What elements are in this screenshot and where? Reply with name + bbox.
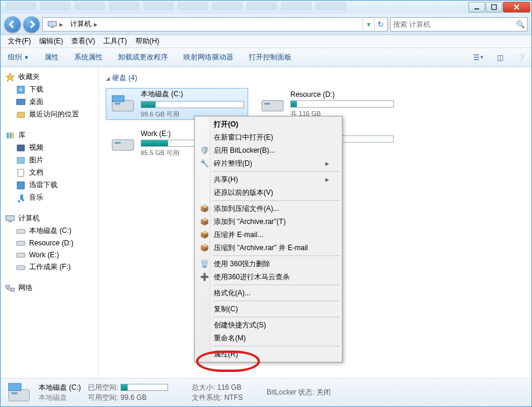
- sidebar-recent[interactable]: 最近访问的位置: [4, 108, 98, 121]
- svg-rect-33: [11, 392, 18, 395]
- sidebar-xunlei[interactable]: 迅雷下载: [4, 179, 98, 191]
- sidebar-drive-d[interactable]: Resource (D:): [4, 237, 98, 249]
- sidebar-drive-c[interactable]: 本地磁盘 (C:): [4, 225, 98, 237]
- browser-tabs-faded: [5, 2, 346, 10]
- minimize-button[interactable]: [468, 2, 485, 12]
- svg-rect-7: [17, 112, 24, 118]
- drive-icon: [110, 131, 136, 155]
- details-pane: 本地磁盘 (C:) 本地磁盘 已用空间: 可用空间: 99.6 GB 总大小: …: [1, 378, 531, 406]
- drive-icon: [259, 92, 286, 116]
- defrag-icon: 🔧: [200, 159, 209, 168]
- winrar-icon: 📦: [200, 230, 209, 239]
- ctx-copy[interactable]: 复制(C): [196, 302, 341, 315]
- ctx-zip-email[interactable]: 📦压缩并 E-mail...: [196, 228, 341, 241]
- ctx-add-archive[interactable]: 📦添加到压缩文件(A)...: [196, 202, 341, 215]
- sidebar-desktop[interactable]: 桌面: [4, 96, 98, 108]
- svg-rect-29: [115, 142, 121, 144]
- sidebar-documents[interactable]: 文档: [4, 166, 98, 179]
- ctx-open-new-window[interactable]: 在新窗口中打开(E): [196, 131, 341, 144]
- svg-rect-19: [17, 253, 25, 257]
- menu-edit[interactable]: 编辑(E): [36, 35, 66, 48]
- status-drive-type: 本地磁盘: [39, 393, 81, 403]
- ctx-share[interactable]: 共享(H)▸: [196, 173, 341, 186]
- network-header[interactable]: 网络: [4, 282, 98, 294]
- refresh-button[interactable]: ↻: [374, 18, 386, 31]
- computer-header[interactable]: 计算机: [4, 212, 98, 225]
- svg-rect-8: [7, 132, 9, 138]
- ctx-create-shortcut[interactable]: 创建快捷方式(S): [196, 318, 341, 332]
- ctx-format[interactable]: 格式化(A)...: [196, 286, 341, 299]
- forward-button[interactable]: [23, 16, 40, 33]
- menu-view[interactable]: 查看(V): [68, 35, 99, 48]
- navigation-bar: ▸ 计算机 ▸ ▾ ↻ 🔍: [1, 14, 531, 35]
- address-segment-computer[interactable]: 计算机 ▸: [66, 18, 101, 31]
- svg-rect-15: [6, 216, 14, 220]
- ctx-zip-to-email[interactable]: 📦压缩到 "Archive.rar" 并 E-mail: [196, 241, 341, 254]
- menu-file[interactable]: 文件(F): [4, 35, 34, 48]
- tb-system-properties[interactable]: 系统属性: [72, 50, 105, 65]
- menu-help[interactable]: 帮助(H): [132, 35, 163, 48]
- help-icon[interactable]: ❔: [516, 52, 527, 63]
- view-options-icon[interactable]: ☰▼: [473, 52, 484, 63]
- svg-rect-2: [48, 21, 56, 26]
- preview-pane-icon[interactable]: ◫: [495, 52, 505, 63]
- ctx-add-to-rar[interactable]: 📦添加到 "Archive.rar"(T): [196, 215, 341, 228]
- libraries-header[interactable]: 库: [4, 129, 98, 141]
- drive-name: 本地磁盘 (C:): [141, 89, 244, 99]
- titlebar[interactable]: [1, 1, 531, 14]
- sidebar-drive-f[interactable]: 工作成果 (F:): [4, 261, 98, 273]
- favorites-header[interactable]: 收藏夹: [4, 71, 98, 83]
- ctx-properties[interactable]: 属性(R): [196, 348, 341, 361]
- menu-bar: 文件(F) 编辑(E) 查看(V) 工具(T) 帮助(H): [1, 35, 531, 48]
- search-icon[interactable]: 🔍: [516, 20, 525, 29]
- 360-scan-icon: ➕: [200, 272, 209, 282]
- tb-uninstall[interactable]: 卸载或更改程序: [116, 50, 170, 65]
- winrar-icon: 📦: [200, 243, 209, 253]
- address-bar[interactable]: ▸ 计算机 ▸ ▾ ↻: [42, 17, 388, 31]
- tb-properties[interactable]: 属性: [42, 50, 61, 65]
- ctx-restore-previous[interactable]: 还原以前的版本(V): [196, 186, 341, 199]
- svg-rect-26: [262, 100, 283, 111]
- back-button[interactable]: [4, 16, 21, 33]
- svg-rect-17: [17, 229, 25, 234]
- address-arrow: ▸: [94, 20, 97, 29]
- search-input[interactable]: [393, 20, 516, 29]
- winrar-icon: 📦: [200, 204, 209, 213]
- sidebar-pictures[interactable]: 图片: [4, 154, 98, 166]
- ctx-360-scan[interactable]: ➕使用360进行木马云查杀: [196, 270, 341, 283]
- ctx-bitlocker[interactable]: 🛡️启用 BitLocker(B)...: [196, 144, 341, 157]
- svg-rect-1: [492, 5, 496, 10]
- maximize-button[interactable]: [486, 2, 502, 12]
- sidebar-music[interactable]: 音乐: [4, 191, 98, 204]
- 360-icon: 🗑️: [200, 259, 209, 269]
- drive-icon-large: [7, 380, 31, 405]
- ctx-rename[interactable]: 重命名(M): [196, 332, 341, 345]
- tb-control-panel[interactable]: 打开控制面板: [246, 50, 294, 65]
- svg-rect-32: [9, 389, 30, 400]
- address-dropdown[interactable]: ▾: [362, 18, 374, 31]
- close-button[interactable]: [503, 2, 530, 12]
- svg-rect-34: [9, 383, 21, 390]
- organize-button[interactable]: 组织▼: [5, 50, 31, 65]
- svg-rect-24: [115, 103, 121, 105]
- search-box[interactable]: 🔍: [390, 17, 528, 31]
- svg-rect-12: [17, 157, 24, 163]
- sidebar-downloads[interactable]: 下载: [4, 83, 98, 96]
- sidebar-drive-e[interactable]: Work (E:): [4, 249, 98, 261]
- svg-rect-27: [264, 103, 270, 105]
- address-root[interactable]: ▸: [44, 18, 66, 31]
- svg-rect-10: [12, 132, 14, 138]
- drive-d[interactable]: Resource (D:) 共 116 GB: [255, 88, 398, 120]
- ctx-defrag[interactable]: 🔧碎片整理(D)▸: [196, 157, 341, 170]
- tb-map-drive[interactable]: 映射网络驱动器: [181, 50, 236, 65]
- drive-c[interactable]: 本地磁盘 (C:) 99.6 GB 可用: [106, 88, 248, 120]
- menu-tools[interactable]: 工具(T): [100, 35, 130, 48]
- ctx-open[interactable]: 打开(O): [196, 118, 341, 131]
- command-bar: 组织▼ 属性 系统属性 卸载或更改程序 映射网络驱动器 打开控制面板 ☰▼ ◫ …: [1, 48, 531, 67]
- svg-rect-20: [17, 266, 25, 270]
- sidebar-videos[interactable]: 视频: [4, 141, 98, 154]
- ctx-360-delete[interactable]: 🗑️使用 360强力删除: [196, 257, 341, 270]
- svg-rect-6: [17, 99, 25, 105]
- group-header-drives[interactable]: ◢硬盘 (4): [106, 71, 524, 88]
- drive-usage-bar: [141, 101, 244, 108]
